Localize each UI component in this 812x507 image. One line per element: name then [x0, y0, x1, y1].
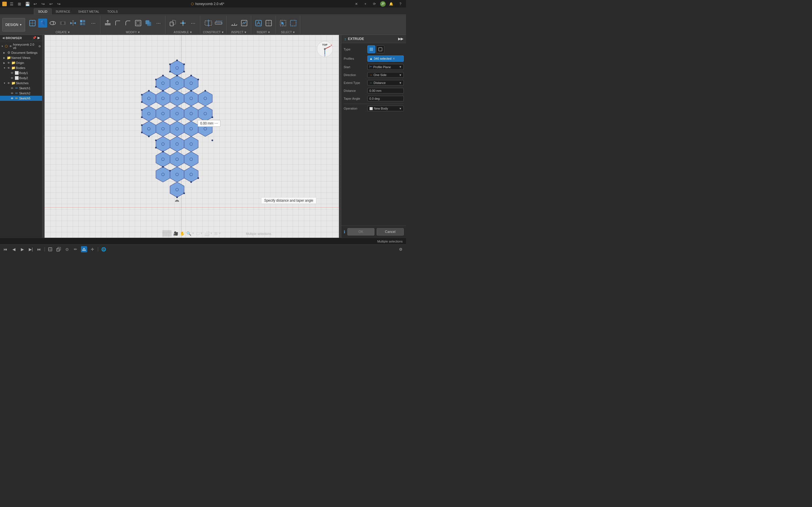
extrude-expand-icon[interactable]: ▶▶ [398, 37, 403, 41]
tree-item-origin[interactable]: ▶ 👁 📁 Origin [0, 60, 42, 65]
active-tool-btn[interactable] [81, 246, 87, 252]
extrude-icon[interactable] [38, 18, 47, 27]
view-mode-dropdown[interactable]: ▼ [200, 232, 203, 235]
design-dropdown[interactable]: DESIGN ▼ [2, 18, 25, 32]
snap-dropdown[interactable]: ▼ [168, 232, 170, 235]
pan-icon[interactable]: ✋ [180, 231, 185, 236]
distance-input-popup[interactable]: 0.00 mm ⋯ [198, 120, 220, 127]
save-button[interactable]: 💾 [24, 1, 31, 7]
play-btn[interactable]: ▶ [19, 246, 26, 252]
profiles-clear-btn[interactable]: ✕ [393, 57, 395, 61]
browser-view-btn[interactable]: 🌐 [100, 246, 107, 252]
extent-dropdown-icon[interactable]: ▼ [399, 81, 402, 84]
more-assemble-icon[interactable]: ⋯ [189, 18, 198, 27]
help-icon[interactable]: ? [397, 1, 404, 7]
joint-icon[interactable] [179, 18, 188, 27]
tree-item-sketch1[interactable]: 👁 ✏ Sketch1 [0, 86, 42, 91]
mirror-icon[interactable] [68, 18, 78, 27]
insert-mesh-icon[interactable] [254, 18, 263, 27]
more-create-icon[interactable]: ⋯ [89, 18, 98, 27]
component-btn[interactable] [56, 246, 62, 252]
mesh-btn[interactable]: ⊙ [64, 246, 70, 252]
browser-pin[interactable]: 📌 [33, 36, 36, 40]
zoom-dropdown[interactable]: ▼ [192, 232, 195, 235]
add-tab-button[interactable]: + [362, 1, 369, 7]
prev-frame-btn[interactable]: ◀ [11, 246, 17, 252]
settings-icon[interactable]: ⚙ [398, 246, 404, 252]
tree-item-body1[interactable]: 👁 ⬜ Body1 [0, 70, 42, 75]
first-frame-btn[interactable]: ⏮ [2, 246, 8, 252]
snap-icon[interactable]: ⊕ [163, 231, 167, 236]
browser-more[interactable]: ▶ [38, 36, 40, 40]
viewport[interactable]: 0.00 mm ⋯ Specify distance and taper ang… [45, 35, 339, 238]
next-frame-btn[interactable]: ▶| [28, 246, 34, 252]
extent-type-value-field[interactable]: ↔ Distance ▼ [367, 80, 404, 86]
direction-value-field[interactable]: → One Side ▼ [367, 72, 404, 78]
window-select-icon[interactable] [289, 18, 298, 27]
camera-icon[interactable]: 🎥 [173, 231, 178, 236]
start-value-field[interactable]: ⊢ Profile Plane ▼ [367, 64, 404, 70]
grid-icon[interactable]: ⊞ [16, 1, 22, 7]
tree-item-doc-settings[interactable]: ▶ ⚙ Document Settings [0, 50, 42, 55]
create-sketch-icon[interactable] [28, 18, 37, 27]
tree-item-named-views[interactable]: ▶ 📁 Named Views [0, 55, 42, 60]
last-frame-btn[interactable]: ⏭ [36, 246, 42, 252]
start-dropdown-icon[interactable]: ▼ [399, 65, 402, 68]
close-button[interactable]: ✕ [353, 1, 360, 7]
redo-button[interactable]: ↪ [40, 1, 46, 7]
axes-indicator[interactable]: TOP X Y [316, 41, 333, 57]
redo-extra-button[interactable]: ↪ [56, 1, 62, 7]
tree-item-sketch5[interactable]: 👁 ✏ Sketch5 [0, 96, 42, 101]
zoom-icon[interactable]: 🔍 [186, 231, 191, 236]
ok-button[interactable]: OK [347, 228, 374, 235]
chamfer-icon[interactable] [123, 18, 133, 27]
tree-item-root[interactable]: ▼ ⬡ 👁 honeycomb 2.0 v6 ⚙ [0, 42, 42, 50]
extrude-panel-resize-handle[interactable]: ⋮ [339, 35, 341, 238]
tab-sheet-metal[interactable]: SHEET METAL [74, 9, 103, 14]
view-mode-icon[interactable]: ⬡ [196, 231, 200, 236]
analysis-icon[interactable] [240, 18, 249, 27]
fillet-icon[interactable] [113, 18, 122, 27]
press-pull-icon[interactable] [103, 18, 112, 27]
tree-item-sketches[interactable]: ▼ 👁 📁 Sketches [0, 80, 42, 86]
distance-value-field[interactable]: 0.00 mm [367, 88, 404, 94]
display-dropdown[interactable]: ▼ [210, 232, 213, 235]
midplane-icon[interactable] [204, 18, 213, 27]
profiles-value-field[interactable]: ▲ 346 selected ✕ [367, 55, 404, 62]
tree-item-body2[interactable]: 👁 ⬜ Body2 [0, 75, 42, 80]
tree-item-bodies[interactable]: ▼ 👁 📁 Bodies [0, 65, 42, 70]
sync-icon[interactable]: ⟳ [371, 1, 378, 7]
pattern-icon[interactable] [79, 18, 88, 27]
new-component-icon[interactable] [168, 18, 177, 27]
sketch-btn[interactable] [47, 246, 53, 252]
display-icon[interactable]: ⬜ [204, 231, 209, 236]
attach-canvas-icon[interactable] [264, 18, 273, 27]
user-icon[interactable]: JP [380, 1, 386, 7]
undo-button[interactable]: ↩ [32, 1, 38, 7]
menu-icon[interactable]: ☰ [8, 1, 15, 7]
distance-options-icon[interactable]: ⋯ [214, 121, 218, 125]
grid-view-dropdown[interactable]: ▼ [218, 232, 221, 235]
shell-icon[interactable] [134, 18, 143, 27]
honeycomb-model[interactable] [132, 55, 222, 203]
offset-plane-icon[interactable] [214, 18, 223, 27]
hole-icon[interactable] [58, 18, 67, 27]
operation-value-field[interactable]: ⬜ New Body ▼ [367, 106, 404, 111]
annotation-btn[interactable]: ✏ [72, 246, 79, 252]
operation-dropdown-icon[interactable]: ▼ [399, 107, 402, 110]
type-solid-btn[interactable] [367, 45, 375, 53]
type-surface-btn[interactable] [376, 45, 384, 53]
tab-solid[interactable]: SOLID [34, 8, 52, 14]
tab-tools[interactable]: TOOLS [103, 9, 121, 14]
taper-value-field[interactable]: 0.0 deg [367, 96, 404, 101]
direction-dropdown-icon[interactable]: ▼ [399, 73, 402, 76]
more-modify-icon[interactable]: ⋯ [154, 18, 163, 27]
select-icon[interactable] [278, 18, 288, 27]
notification-icon[interactable]: 🔔 [388, 1, 395, 7]
revolve-icon[interactable] [48, 18, 57, 27]
tab-surface[interactable]: SURFACE [52, 9, 74, 14]
cancel-button[interactable]: Cancel [377, 228, 404, 235]
combine-icon[interactable] [144, 18, 153, 27]
move-btn[interactable]: ✛ [89, 246, 96, 252]
grid-view-icon[interactable]: ⊞ [214, 231, 218, 236]
